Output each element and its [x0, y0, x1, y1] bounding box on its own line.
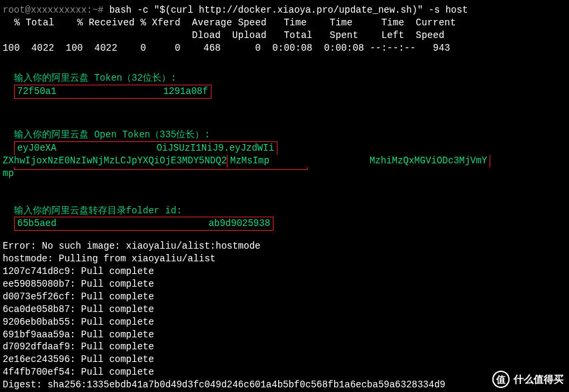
- curl-row: 100 4022 100 4022 0 0 468 0 0:00:08 0:00…: [3, 42, 566, 55]
- docker-layer: 1207c741d8c9: Pull complete: [3, 265, 566, 278]
- open-token-box-l1: eyJ0eXAOiJSUzI1NiJ9.eyJzdWIi: [14, 141, 277, 155]
- open-token-box-bottom: [14, 167, 308, 170]
- token-value-post: 1291a08f: [163, 86, 208, 97]
- docker-layer: 691bf9aaa59a: Pull complete: [3, 329, 566, 341]
- token-value-box: 72f50a11291a08f: [14, 85, 211, 99]
- docker-pulling: hostmode: Pulling from xiaoyaliu/alist: [3, 253, 566, 265]
- token-value-pre: 72f50a1: [17, 86, 57, 97]
- open-token-line3: mp: [3, 167, 566, 180]
- open-token-l1-pre: eyJ0eXA: [17, 143, 57, 153]
- token-prompt-line: 输入你的阿里云盘 Token（32位长）: 72f50a11291a08f: [3, 60, 566, 99]
- folder-prompt-line: 输入你的阿里云盘转存目录folder id: 65b5aedab9d902593…: [3, 192, 566, 231]
- watermark-badge: 值: [492, 371, 510, 388]
- shell-prompt-line: root@xxxxxxxxxx:~# bash -c "$(curl http:…: [3, 4, 566, 17]
- open-token-l2-pre: ZXhwIjoxNzE0NzIwNjMzLCJpYXQiOjE3MDY5NDQ2: [3, 155, 227, 166]
- watermark-text: 什么值得买: [514, 373, 564, 386]
- docker-layer: 2e16ec243596: Pull complete: [3, 353, 566, 366]
- open-token-l1-post: OiJSUzI1NiJ9.eyJzdWIi: [157, 143, 274, 153]
- docker-layer: d0073e5f26cf: Pull complete: [3, 291, 566, 303]
- folder-value-post: ab9d9025938: [209, 218, 270, 229]
- token-label: 输入你的阿里云盘 Token（32位长）:: [14, 73, 177, 83]
- folder-label: 输入你的阿里云盘转存目录folder id:: [14, 205, 182, 216]
- open-token-label: 输入你的阿里云盘 Open Token（335位长）:: [14, 129, 210, 140]
- docker-layer: 9206eb0bab55: Pull complete: [3, 316, 566, 329]
- open-token-line2: ZXhwIjoxNzE0NzIwNjMzLCJpYXQiOjE3MDY5NDQ2…: [3, 155, 566, 167]
- open-token-l2-mid: MzMsImp: [230, 155, 269, 166]
- open-token-l3: mp: [3, 168, 14, 179]
- open-token-box-l2: MzMsImpMzhiMzQxMGViODc3MjVmY: [227, 155, 490, 167]
- curl-header-2: Dload Upload Total Spent Left Speed: [3, 29, 566, 42]
- folder-value-pre: 65b5aed: [17, 218, 57, 229]
- docker-layer: ee59085080b7: Pull complete: [3, 278, 566, 291]
- docker-layer: 4f4fb700ef54: Pull complete: [3, 366, 566, 379]
- shell-prompt: root@xxxxxxxxxx:~#: [3, 5, 103, 15]
- watermark: 值 什么值得买: [492, 371, 564, 388]
- docker-digest: Digest: sha256:1335ebdb41a7b0d49d3fc049d…: [3, 379, 566, 391]
- curl-header-1: % Total % Received % Xferd Average Speed…: [3, 17, 566, 29]
- docker-layers: 1207c741d8c9: Pull completeee59085080b7:…: [3, 265, 566, 379]
- open-token-l2-post: MzhiMzQxMGViODc3MjVmY: [370, 155, 487, 166]
- shell-command: bash -c "$(curl http://docker.xiaoya.pro…: [109, 5, 468, 15]
- folder-value-box: 65b5aedab9d9025938: [14, 217, 273, 231]
- docker-layer: 6ca0de058b87: Pull complete: [3, 303, 566, 316]
- open-token-line1: 输入你的阿里云盘 Open Token（335位长）: eyJ0eXAOiJSU…: [3, 116, 566, 155]
- docker-error: Error: No such image: xiaoyaliu/alist:ho…: [3, 240, 566, 253]
- docker-layer: d7092dfdaaf9: Pull complete: [3, 341, 566, 353]
